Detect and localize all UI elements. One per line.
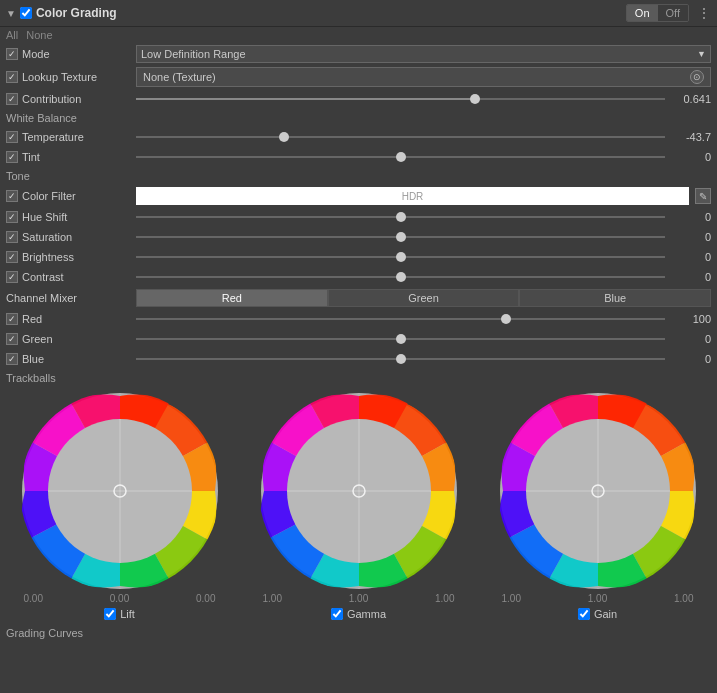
channel-green-label: Green [22, 333, 53, 345]
contrast-slider[interactable] [136, 276, 665, 278]
lookup-texture-control: None (Texture) ⊙ [136, 67, 711, 87]
color-filter-row: Color Filter HDR ✎ [0, 185, 717, 207]
gain-val-g: 1.00 [588, 593, 607, 604]
color-grading-panel: ▼ Color Grading On Off ⋮ All None Mode [0, 0, 717, 642]
channel-green-slider[interactable] [136, 338, 665, 340]
temperature-row: Temperature -43.7 [0, 127, 717, 147]
none-link[interactable]: None [26, 29, 52, 41]
lookup-texture-row: Lookup Texture None (Texture) ⊙ [0, 65, 717, 89]
brightness-value: 0 [671, 251, 711, 263]
mode-value: Low Definition Range [141, 48, 246, 60]
color-filter-label-group: Color Filter [6, 190, 136, 202]
contrast-value: 0 [671, 271, 711, 283]
saturation-slider[interactable] [136, 236, 665, 238]
temperature-slider-row: -43.7 [136, 131, 711, 143]
color-filter-label: Color Filter [22, 190, 76, 202]
contribution-slider[interactable] [136, 98, 665, 100]
trackball-gamma-svg [259, 391, 459, 591]
expand-arrow-icon[interactable]: ▼ [6, 8, 16, 19]
tab-blue[interactable]: Blue [519, 289, 711, 307]
on-button[interactable]: On [627, 5, 658, 21]
mode-dropdown[interactable]: Low Definition Range ▼ [136, 45, 711, 63]
lift-val-g: 0.00 [110, 593, 129, 604]
trackball-lift-label: Lift [120, 608, 135, 620]
brightness-checkbox[interactable] [6, 251, 18, 263]
channel-blue-row: Blue 0 [0, 349, 717, 369]
temperature-checkbox[interactable] [6, 131, 18, 143]
trackball-lift-svg [20, 391, 220, 591]
channel-red-slider[interactable] [136, 318, 665, 320]
hdr-container[interactable]: HDR [136, 187, 689, 205]
texture-pick-icon[interactable]: ⊙ [690, 70, 704, 84]
contrast-label-group: Contrast [6, 271, 136, 283]
contrast-label: Contrast [22, 271, 64, 283]
temperature-slider[interactable] [136, 136, 665, 138]
saturation-label: Saturation [22, 231, 72, 243]
mode-row: Mode Low Definition Range ▼ [0, 43, 717, 65]
trackball-lift-checkbox[interactable] [104, 608, 116, 620]
trackball-lift-wheel[interactable] [20, 391, 220, 591]
channel-green-checkbox[interactable] [6, 333, 18, 345]
gain-val-r: 1.00 [502, 593, 521, 604]
panel-enabled-checkbox[interactable] [20, 7, 32, 19]
saturation-checkbox[interactable] [6, 231, 18, 243]
hue-shift-slider-row: 0 [136, 211, 711, 223]
contribution-slider-row: 0.641 [136, 93, 711, 105]
trackball-gamma: 1.00 1.00 1.00 Gamma [251, 391, 466, 620]
channel-red-row: Red 100 [0, 309, 717, 329]
tone-title: Tone [0, 167, 717, 185]
channel-green-value: 0 [671, 333, 711, 345]
more-options-icon[interactable]: ⋮ [697, 5, 711, 21]
tint-row: Tint 0 [0, 147, 717, 167]
tint-checkbox[interactable] [6, 151, 18, 163]
gamma-val-b: 1.00 [435, 593, 454, 604]
all-link[interactable]: All [6, 29, 18, 41]
contribution-checkbox[interactable] [6, 93, 18, 105]
trackball-gain: 1.00 1.00 1.00 Gain [490, 391, 705, 620]
lift-val-r: 0.00 [24, 593, 43, 604]
gamma-val-r: 1.00 [263, 593, 282, 604]
trackball-gain-label-row: Gain [578, 608, 617, 620]
trackball-gain-checkbox[interactable] [578, 608, 590, 620]
trackball-gain-wheel[interactable] [498, 391, 698, 591]
trackball-gamma-wheel[interactable] [259, 391, 459, 591]
saturation-value: 0 [671, 231, 711, 243]
channel-mixer-label-group: Channel Mixer [6, 292, 136, 304]
color-picker-icon[interactable]: ✎ [695, 188, 711, 204]
trackball-lift-label-row: Lift [104, 608, 135, 620]
off-button[interactable]: Off [658, 5, 688, 21]
channel-blue-value: 0 [671, 353, 711, 365]
channel-blue-label: Blue [22, 353, 44, 365]
trackball-gain-label: Gain [594, 608, 617, 620]
brightness-slider[interactable] [136, 256, 665, 258]
tint-label: Tint [22, 151, 40, 163]
temperature-value: -43.7 [671, 131, 711, 143]
texture-selector[interactable]: None (Texture) ⊙ [136, 67, 711, 87]
tab-red[interactable]: Red [136, 289, 328, 307]
mode-checkbox[interactable] [6, 48, 18, 60]
channel-blue-checkbox[interactable] [6, 353, 18, 365]
brightness-label-group: Brightness [6, 251, 136, 263]
tint-label-group: Tint [6, 151, 136, 163]
trackball-gamma-checkbox[interactable] [331, 608, 343, 620]
color-filter-box[interactable] [136, 187, 689, 205]
on-off-toggle[interactable]: On Off [626, 4, 689, 22]
tab-green[interactable]: Green [328, 289, 520, 307]
channel-blue-slider[interactable] [136, 358, 665, 360]
lookup-texture-checkbox[interactable] [6, 71, 18, 83]
dropdown-arrow-icon: ▼ [697, 49, 706, 59]
mode-label: Mode [22, 48, 50, 60]
channel-blue-label-group: Blue [6, 353, 136, 365]
color-filter-checkbox[interactable] [6, 190, 18, 202]
trackball-gamma-values: 1.00 1.00 1.00 [259, 591, 459, 606]
gain-val-b: 1.00 [674, 593, 693, 604]
lookup-texture-label-group: Lookup Texture [6, 71, 136, 83]
contrast-checkbox[interactable] [6, 271, 18, 283]
hue-shift-slider[interactable] [136, 216, 665, 218]
hue-shift-checkbox[interactable] [6, 211, 18, 223]
channel-blue-slider-row: 0 [136, 353, 711, 365]
channel-red-value: 100 [671, 313, 711, 325]
channel-red-checkbox[interactable] [6, 313, 18, 325]
tint-slider[interactable] [136, 156, 665, 158]
trackball-lift: 0.00 0.00 0.00 Lift [12, 391, 227, 620]
